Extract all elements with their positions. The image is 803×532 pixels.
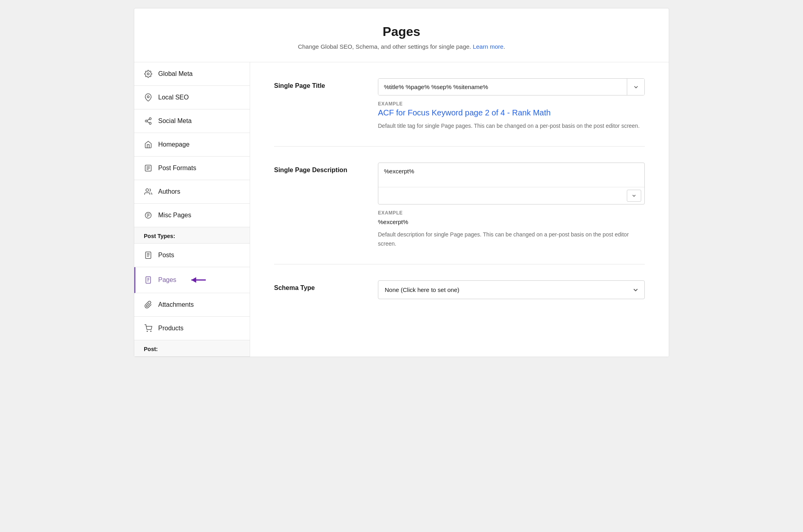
title-example-description: Default title tag for single Page pages.… xyxy=(378,121,645,130)
description-textarea-wrapper xyxy=(378,163,645,204)
sidebar-item-misc-pages[interactable]: Misc Pages xyxy=(134,204,250,227)
schema-type-control: None (Click here to set one) Article Blo… xyxy=(378,280,645,299)
single-page-title-section: Single Page Title EXAMPLE xyxy=(274,62,645,147)
svg-rect-20 xyxy=(146,277,151,284)
arrow-indicator xyxy=(188,274,206,286)
sidebar-item-attachments[interactable]: Attachments xyxy=(134,293,250,317)
page-subtitle: Change Global SEO, Schema, and other set… xyxy=(142,43,661,50)
svg-point-0 xyxy=(147,73,149,75)
content-area: Single Page Title EXAMPLE xyxy=(250,62,669,357)
sidebar: Global Meta Local SEO xyxy=(134,62,250,357)
description-example-value: %excerpt% xyxy=(378,217,645,227)
sidebar-item-local-seo[interactable]: Local SEO xyxy=(134,86,250,109)
sidebar-item-post-formats[interactable]: Post Formats xyxy=(134,157,250,180)
single-page-description-row: Single Page Description xyxy=(274,163,645,248)
sidebar-label-post-formats: Post Formats xyxy=(158,165,196,172)
sidebar-label-authors: Authors xyxy=(158,188,180,195)
doc-lines-icon xyxy=(144,251,153,260)
svg-point-2 xyxy=(149,118,151,120)
schema-type-label: Schema Type xyxy=(274,280,362,292)
schema-type-row: Schema Type None (Click here to set one)… xyxy=(274,280,645,299)
sidebar-label-misc-pages: Misc Pages xyxy=(158,212,191,219)
svg-point-1 xyxy=(147,96,149,98)
textarea-dropdown-button[interactable] xyxy=(627,190,641,202)
sidebar-item-products[interactable]: Products xyxy=(134,317,250,340)
title-dropdown-button[interactable] xyxy=(627,79,644,95)
sidebar-label-attachments: Attachments xyxy=(158,301,194,308)
schema-select-wrapper: None (Click here to set one) Article Blo… xyxy=(378,280,645,299)
single-page-description-control: EXAMPLE %excerpt% Default description fo… xyxy=(378,163,645,248)
gear-icon xyxy=(144,69,153,78)
single-page-title-row: Single Page Title EXAMPLE xyxy=(274,78,645,130)
people-icon xyxy=(144,187,153,196)
schema-type-select[interactable]: None (Click here to set one) Article Blo… xyxy=(378,280,645,299)
schema-type-section: Schema Type None (Click here to set one)… xyxy=(274,264,645,315)
single-page-description-textarea[interactable] xyxy=(378,163,644,187)
single-page-title-control: EXAMPLE ACF for Focus Keyword page 2 of … xyxy=(378,78,645,130)
svg-marker-24 xyxy=(191,277,196,283)
post-types-section-header: Post Types: xyxy=(134,227,250,244)
svg-rect-16 xyxy=(145,252,151,259)
doc-icon xyxy=(144,164,153,173)
title-example-label: EXAMPLE xyxy=(378,101,645,107)
svg-point-4 xyxy=(149,122,151,124)
single-page-title-input[interactable] xyxy=(378,79,627,95)
sidebar-item-homepage[interactable]: Homepage xyxy=(134,133,250,157)
page-header: Pages Change Global SEO, Schema, and oth… xyxy=(134,8,669,62)
paperclip-icon xyxy=(144,300,153,309)
svg-line-6 xyxy=(147,119,149,120)
sidebar-label-products: Products xyxy=(158,325,183,332)
main-layout: Global Meta Local SEO xyxy=(134,62,669,357)
title-example-value: ACF for Focus Keyword page 2 of 4 - Rank… xyxy=(378,108,645,117)
description-example-description: Default description for single Page page… xyxy=(378,230,645,248)
svg-point-25 xyxy=(147,331,148,332)
sidebar-label-homepage: Homepage xyxy=(158,141,189,148)
pin-icon xyxy=(144,93,153,102)
description-example-label: EXAMPLE xyxy=(378,210,645,216)
textarea-footer xyxy=(378,187,644,204)
svg-point-11 xyxy=(146,189,149,192)
title-input-wrapper xyxy=(378,78,645,95)
sidebar-label-social-meta: Social Meta xyxy=(158,117,192,125)
post-section-header: Post: xyxy=(134,340,250,357)
sidebar-item-pages[interactable]: Pages xyxy=(134,267,250,293)
share-icon xyxy=(144,117,153,125)
sidebar-label-global-meta: Global Meta xyxy=(158,70,193,77)
cart-icon xyxy=(144,324,153,333)
page-title: Pages xyxy=(142,24,661,39)
sidebar-item-social-meta[interactable]: Social Meta xyxy=(134,109,250,133)
learn-more-link[interactable]: Learn more xyxy=(473,43,503,50)
sidebar-item-global-meta[interactable]: Global Meta xyxy=(134,62,250,86)
single-page-description-section: Single Page Description xyxy=(274,147,645,264)
sidebar-label-local-seo: Local SEO xyxy=(158,94,189,101)
sidebar-item-authors[interactable]: Authors xyxy=(134,180,250,204)
single-page-title-label: Single Page Title xyxy=(274,78,362,89)
svg-point-26 xyxy=(151,331,151,332)
home-icon xyxy=(144,140,153,149)
sidebar-item-posts[interactable]: Posts xyxy=(134,244,250,267)
svg-point-3 xyxy=(145,120,147,122)
svg-line-5 xyxy=(147,121,149,123)
single-page-description-label: Single Page Description xyxy=(274,163,362,174)
phone-doc-icon xyxy=(144,276,153,284)
circle-doc-icon xyxy=(144,211,153,220)
sidebar-label-pages: Pages xyxy=(158,276,176,284)
sidebar-label-posts: Posts xyxy=(158,252,174,259)
